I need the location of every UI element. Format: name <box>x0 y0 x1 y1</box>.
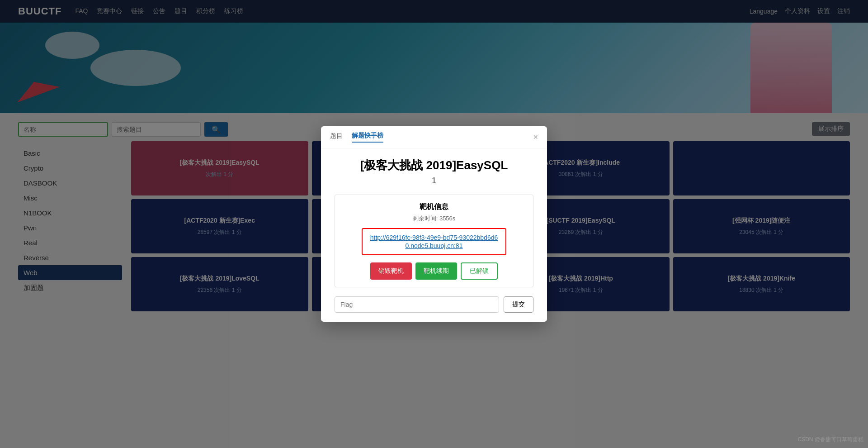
modal-tab-problem[interactable]: 题目 <box>330 132 343 142</box>
target-url-box: http://629f16fc-98f3-49e9-bd75-93022bbd6… <box>362 228 506 255</box>
target-timer: 剩余时间: 3556s <box>342 214 526 223</box>
modal-header: 题目 解题快手榜 × <box>321 126 547 148</box>
modal-body: [极客大挑战 2019]EasySQL 1 靶机信息 剩余时间: 3556s h… <box>321 148 547 320</box>
modal-overlay[interactable]: 题目 解题快手榜 × [极客大挑战 2019]EasySQL 1 靶机信息 剩余… <box>0 0 868 320</box>
target-url-link[interactable]: http://629f16fc-98f3-49e9-bd75-93022bbd6… <box>370 234 498 249</box>
modal-tab-leaderboard[interactable]: 解题快手榜 <box>352 132 383 143</box>
submit-flag-button[interactable]: 提交 <box>504 296 533 313</box>
modal-close-button[interactable]: × <box>533 133 538 142</box>
destroy-target-button[interactable]: 销毁靶机 <box>370 262 412 280</box>
already-solved-button[interactable]: 已解锁 <box>461 262 498 280</box>
flag-input[interactable] <box>335 296 499 313</box>
target-info-title: 靶机信息 <box>342 202 526 212</box>
renew-target-button[interactable]: 靶机续期 <box>415 262 457 280</box>
modal-title: [极客大挑战 2019]EasySQL <box>335 157 533 173</box>
modal-dialog: 题目 解题快手榜 × [极客大挑战 2019]EasySQL 1 靶机信息 剩余… <box>321 126 547 320</box>
target-actions: 销毁靶机 靶机续期 已解锁 <box>342 262 526 280</box>
flag-row: 提交 <box>335 296 533 313</box>
modal-subtitle: 1 <box>335 176 533 186</box>
target-info-box: 靶机信息 剩余时间: 3556s http://629f16fc-98f3-49… <box>335 195 533 287</box>
